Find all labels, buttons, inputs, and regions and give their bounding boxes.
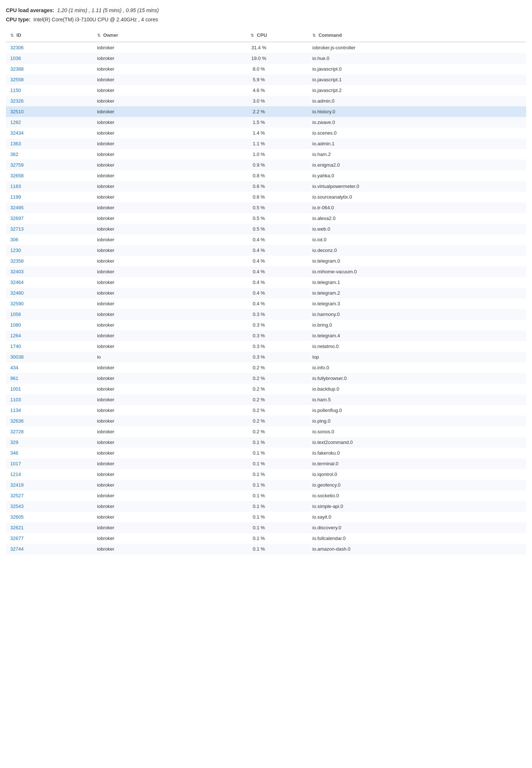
- cell-id[interactable]: 32728: [6, 426, 93, 437]
- cell-id[interactable]: 346: [6, 448, 93, 458]
- id-link[interactable]: 32558: [10, 77, 24, 82]
- id-link[interactable]: 1036: [10, 56, 21, 61]
- cell-id[interactable]: 1199: [6, 192, 93, 202]
- cell-id[interactable]: 1740: [6, 341, 93, 352]
- cell-id[interactable]: 32543: [6, 501, 93, 512]
- cell-id[interactable]: 1214: [6, 469, 93, 480]
- id-link[interactable]: 362: [10, 152, 18, 157]
- cell-id[interactable]: 32605: [6, 512, 93, 522]
- cell-id[interactable]: 32464: [6, 277, 93, 288]
- cell-id[interactable]: 32713: [6, 224, 93, 234]
- id-link[interactable]: 1363: [10, 141, 21, 146]
- id-link[interactable]: 32728: [10, 429, 24, 434]
- cell-id[interactable]: 32636: [6, 416, 93, 426]
- id-link[interactable]: 1103: [10, 397, 21, 402]
- id-link[interactable]: 1230: [10, 248, 21, 253]
- cell-id[interactable]: 1282: [6, 117, 93, 128]
- col-header-id[interactable]: ⇅ ID: [6, 29, 93, 42]
- id-link[interactable]: 32306: [10, 45, 24, 50]
- cell-id[interactable]: 32677: [6, 533, 93, 544]
- id-link[interactable]: 32510: [10, 109, 24, 114]
- id-link[interactable]: 32713: [10, 226, 24, 232]
- cell-id[interactable]: 32306: [6, 42, 93, 53]
- id-link[interactable]: 1001: [10, 386, 21, 392]
- cell-id[interactable]: 32419: [6, 480, 93, 490]
- id-link[interactable]: 32464: [10, 280, 24, 285]
- id-link[interactable]: 30038: [10, 354, 24, 360]
- id-link[interactable]: 1282: [10, 120, 21, 125]
- cell-id[interactable]: 32403: [6, 266, 93, 277]
- id-link[interactable]: 1056: [10, 312, 21, 317]
- id-link[interactable]: 434: [10, 365, 18, 370]
- id-link[interactable]: 32636: [10, 418, 24, 424]
- cell-id[interactable]: 1230: [6, 245, 93, 256]
- cell-id[interactable]: 1363: [6, 138, 93, 149]
- id-link[interactable]: 1150: [10, 88, 21, 93]
- cell-id[interactable]: 32388: [6, 64, 93, 74]
- id-link[interactable]: 32744: [10, 546, 24, 552]
- cell-id[interactable]: 30038: [6, 352, 93, 362]
- id-link[interactable]: 1740: [10, 344, 21, 349]
- cell-id[interactable]: 32358: [6, 256, 93, 266]
- cell-id[interactable]: 434: [6, 362, 93, 373]
- cell-id[interactable]: 32495: [6, 202, 93, 213]
- id-link[interactable]: 32358: [10, 258, 24, 264]
- col-header-cpu[interactable]: ⇅ CPU: [210, 29, 308, 42]
- cell-id[interactable]: 1103: [6, 394, 93, 405]
- id-link[interactable]: 306: [10, 237, 18, 242]
- cell-id[interactable]: 1264: [6, 330, 93, 341]
- cell-id[interactable]: 1001: [6, 384, 93, 394]
- id-link[interactable]: 32605: [10, 514, 24, 520]
- cell-id[interactable]: 1183: [6, 181, 93, 192]
- cell-id[interactable]: 32759: [6, 160, 93, 170]
- id-link[interactable]: 32590: [10, 301, 24, 306]
- id-link[interactable]: 32759: [10, 162, 24, 168]
- cell-id[interactable]: 362: [6, 149, 93, 160]
- id-link[interactable]: 32527: [10, 493, 24, 498]
- cell-id[interactable]: 32434: [6, 128, 93, 138]
- cell-id[interactable]: 1036: [6, 53, 93, 64]
- id-link[interactable]: 32697: [10, 216, 24, 221]
- cell-id[interactable]: 32558: [6, 74, 93, 85]
- cell-id[interactable]: 1080: [6, 320, 93, 330]
- id-link[interactable]: 32388: [10, 66, 24, 72]
- cell-id[interactable]: 1056: [6, 309, 93, 320]
- id-link[interactable]: 1134: [10, 408, 21, 413]
- cell-id[interactable]: 1134: [6, 405, 93, 416]
- cell-id[interactable]: 32697: [6, 213, 93, 224]
- id-link[interactable]: 1264: [10, 333, 21, 338]
- cell-id[interactable]: 32590: [6, 298, 93, 309]
- id-link[interactable]: 32621: [10, 525, 24, 530]
- cell-id[interactable]: 961: [6, 373, 93, 384]
- id-link[interactable]: 32480: [10, 290, 24, 296]
- cell-id[interactable]: 1017: [6, 458, 93, 469]
- id-link[interactable]: 346: [10, 450, 18, 456]
- id-link[interactable]: 1214: [10, 472, 21, 477]
- id-link[interactable]: 32658: [10, 173, 24, 178]
- col-header-owner[interactable]: ⇅ Owner: [93, 29, 210, 42]
- cell-id[interactable]: 32658: [6, 170, 93, 181]
- id-link[interactable]: 961: [10, 376, 18, 381]
- id-link[interactable]: 32419: [10, 482, 24, 488]
- id-link[interactable]: 32495: [10, 205, 24, 210]
- cell-id[interactable]: 306: [6, 234, 93, 245]
- cell-id[interactable]: 32527: [6, 490, 93, 501]
- id-link[interactable]: 32326: [10, 98, 24, 104]
- id-link[interactable]: 32403: [10, 269, 24, 274]
- cell-id[interactable]: 32744: [6, 544, 93, 554]
- col-header-command[interactable]: ⇅ Command: [308, 29, 526, 42]
- id-link[interactable]: 1017: [10, 461, 21, 466]
- cell-id[interactable]: 329: [6, 437, 93, 448]
- id-link[interactable]: 329: [10, 440, 18, 445]
- cell-id[interactable]: 32510: [6, 106, 93, 117]
- cell-id[interactable]: 32621: [6, 522, 93, 533]
- id-link[interactable]: 32677: [10, 536, 24, 541]
- id-link[interactable]: 32434: [10, 130, 24, 136]
- cell-id[interactable]: 32480: [6, 288, 93, 298]
- cell-id[interactable]: 1150: [6, 85, 93, 96]
- id-link[interactable]: 1080: [10, 322, 21, 328]
- id-link[interactable]: 32543: [10, 504, 24, 509]
- cell-id[interactable]: 32326: [6, 96, 93, 106]
- id-link[interactable]: 1199: [10, 194, 21, 200]
- id-link[interactable]: 1183: [10, 184, 21, 189]
